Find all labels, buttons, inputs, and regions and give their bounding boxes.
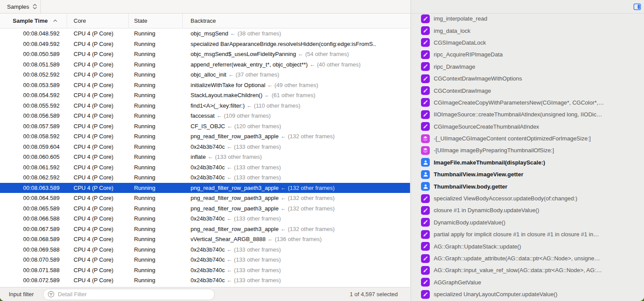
inspector-panel-header [411,0,644,14]
samples-view-selector[interactable]: Samples [0,4,37,10]
table-row[interactable]: 00:08.067.589 CPU 4 (P Core) Running png… [0,224,410,234]
column-label: Core [74,18,86,24]
frame-name: png_read_filter_row_paeth3_apple [191,185,279,191]
backtrace-frame-item[interactable]: closure #1 in DynamicBody.updateValue() [411,204,644,216]
left-arrow-icon: ← [225,215,234,222]
other-frames-count: (54 other frames) [305,51,349,57]
backtrace-frame-item[interactable]: ripc_DrawImage [411,61,644,73]
backtrace-frame-item[interactable]: specialized ViewBodyAccessor.updateBody(… [411,192,644,204]
backtrace-frame-item[interactable]: ThumbnailView.imageView.getter [411,168,644,180]
sample-time-cell: 00:08.062.592 [0,174,67,181]
table-row[interactable]: 00:08.066.588 CPU 4 (P Core) Running 0x2… [0,214,410,224]
column-header-backtrace[interactable]: Backtrace [183,14,410,28]
backtrace-frame-item[interactable]: partial apply for implicit closure #1 in… [411,228,644,240]
backtrace-frame-item[interactable]: DynamicBody.updateValue() [411,217,644,228]
table-row[interactable]: 00:08.052.592 CPU 4 (P Core) Running obj… [0,70,410,80]
backtrace-cell: png_read_filter_row_paeth3_apple←(132 ot… [183,226,410,232]
frame-label: AG::Graph::input_value_ref_slow(AG::data… [434,267,602,273]
other-frames-count: (132 other frames) [288,226,335,232]
other-frames-count: (132 other frames) [288,195,335,201]
table-row[interactable]: 00:08.061.592 CPU 4 (P Core) Running 0x2… [0,162,410,173]
backtrace-frame-item[interactable]: -[_UIImageCGImageContent contentOptimize… [411,133,644,144]
column-header-core[interactable]: Core [67,14,129,28]
table-row[interactable]: 00:08.056.589 CPU 4 (P Core) Running fac… [0,111,410,121]
backtrace-frame-item[interactable]: ripc_AcquireRIPImageData [411,49,644,60]
table-row[interactable]: 00:08.054.592 CPU 4 (P Core) Running Sta… [0,90,410,101]
table-row[interactable]: 00:08.072.589 CPU 4 (P Core) Running 0x2… [0,275,410,286]
backtrace-frame-item[interactable]: -[UIImage imageByPreparingThumbnailOfSiz… [411,144,644,156]
backtrace-cell: 0x24b3b740c←(133 other frames) [183,267,410,273]
frame-name: 0x24b3b740c [191,267,225,273]
other-frames-count: (132 other frames) [288,205,335,212]
paintbrush-icon [421,86,430,95]
state-cell: Running [129,51,183,57]
frame-name: faccessat [191,112,215,119]
detail-filter-field[interactable]: Detail Filter [43,289,215,300]
table-row[interactable]: 00:08.062.592 CPU 4 (P Core) Running 0x2… [0,172,410,183]
backtrace-frame-item[interactable]: img_interpolate_read [411,13,644,24]
paintbrush-icon [421,266,430,275]
table-row[interactable]: 00:08.051.589 CPU 4 (P Core) Running app… [0,60,410,70]
backtrace-frame-item[interactable]: IIOImageSource::createThumbnailAtIndex(u… [411,108,644,120]
core-cell: CPU 4 (P Core) [67,205,129,212]
sample-time-cell: 00:08.071.588 [0,267,67,273]
backtrace-frame-item[interactable]: img_data_lock [411,24,644,36]
backtrace-frame-list: img_interpolate_read img_data_lock CGSIm… [411,13,644,301]
backtrace-frame-item[interactable]: CGContextDrawImage [411,84,644,96]
table-row[interactable]: 00:08.048.592 CPU 4 (P Core) Running obj… [0,28,410,39]
core-cell: CPU 4 (P Core) [67,82,129,88]
table-row[interactable]: 00:08.060.605 CPU 4 (P Core) Running inf… [0,152,410,162]
paintbrush-icon [421,50,430,59]
column-header-sample-time[interactable]: Sample Time [0,14,67,28]
backtrace-frame-item[interactable]: ThumbnailView.body.getter [411,180,644,192]
table-row[interactable]: 00:08.069.588 CPU 4 (P Core) Running 0x2… [0,245,410,255]
table-row[interactable]: 00:08.058.592 CPU 4 (P Core) Running png… [0,131,410,142]
backtrace-cell: 0x24b3b740c←(133 other frames) [183,174,410,181]
left-arrow-icon: ← [265,82,275,88]
table-row[interactable]: 00:08.049.592 CPU 4 (P Core) Running spe… [0,39,410,49]
frame-name: inflate [191,154,206,160]
core-cell: CPU 4 (P Core) [67,185,129,191]
core-cell: CPU 4 (P Core) [67,164,129,171]
sample-time-cell: 00:08.063.589 [0,185,67,191]
backtrace-cell: StackLayout.makeChildren()←(61 other fra… [183,92,410,98]
backtrace-frame-item[interactable]: CGSImageDataLock [411,37,644,49]
backtrace-frame-item[interactable]: CGContextDrawImageWithOptions [411,73,644,84]
other-frames-count: (109 other frames) [224,112,271,119]
state-cell: Running [129,267,183,273]
person-icon [421,182,430,191]
backtrace-frame-item[interactable]: AG::Graph::input_value_ref_slow(AG::data… [411,264,644,276]
state-cell: Running [129,102,183,109]
other-frames-count: (133 other frames) [234,215,281,222]
paintbrush-icon [421,290,430,299]
backtrace-frame-item[interactable]: specialized UnaryLayoutComputer.updateVa… [411,288,644,300]
table-row[interactable]: 00:08.053.589 CPU 4 (P Core) Running ini… [0,80,410,91]
table-row[interactable]: 00:08.050.589 CPU 4 (P Core) Running obj… [0,49,410,60]
table-row[interactable]: 00:08.063.589 CPU 4 (P Core) Running png… [0,183,410,193]
backtrace-frame-item[interactable]: AGGraphGetValue [411,276,644,288]
table-row[interactable]: 00:08.065.589 CPU 4 (P Core) Running png… [0,203,410,214]
table-row[interactable]: 00:08.059.604 CPU 4 (P Core) Running 0x2… [0,142,410,152]
table-row[interactable]: 00:08.068.589 CPU 4 (P Core) Running vVe… [0,234,410,245]
state-cell: Running [129,277,183,284]
backtrace-frame-item[interactable]: AG::Graph::UpdateStack::update() [411,240,644,252]
left-arrow-icon: ← [228,30,237,37]
table-row[interactable]: 00:08.057.589 CPU 4 (P Core) Running CF_… [0,121,410,132]
sample-time-cell: 00:08.055.592 [0,102,67,109]
table-row[interactable]: 00:08.064.589 CPU 4 (P Core) Running png… [0,193,410,203]
backtrace-frame-item[interactable]: CGImageSourceCreateThumbnailAtIndex [411,121,644,133]
backtrace-frame-item[interactable]: ImageFile.makeThumbnail(displayScale:) [411,157,644,168]
left-arrow-icon: ← [225,164,234,171]
core-cell: CPU 4 (P Core) [67,123,129,130]
state-cell: Running [129,174,183,181]
table-row[interactable]: 00:08.055.592 CPU 4 (P Core) Running fin… [0,101,410,111]
backtrace-frame-item[interactable]: CGImageCreateCopyWithParametersNew(CGIma… [411,97,644,108]
backtrace-frame-item[interactable]: AG::Graph::update_attribute(AG::data::pt… [411,252,644,264]
sidebar-right-toggle-icon[interactable] [633,4,641,10]
table-row[interactable]: 00:08.070.589 CPU 4 (P Core) Running 0x2… [0,255,410,265]
left-arrow-icon: ← [225,256,234,263]
core-cell: CPU 4 (P Core) [67,92,129,98]
column-header-state[interactable]: State [129,14,183,28]
sample-time-cell: 00:08.065.589 [0,205,67,212]
table-row[interactable]: 00:08.071.588 CPU 4 (P Core) Running 0x2… [0,265,410,276]
